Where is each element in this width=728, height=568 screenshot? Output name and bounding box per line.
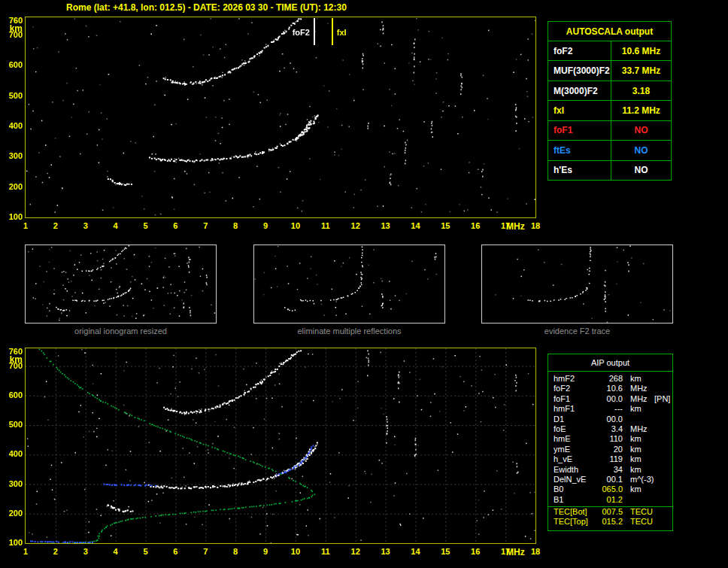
param-value: NO	[611, 141, 671, 159]
x-axis-tick-label: 18	[526, 221, 544, 230]
x-axis-tick-label: 1	[17, 547, 35, 556]
x-axis-tick-label: 12	[347, 221, 365, 230]
bottom-ionogram-plot	[25, 348, 536, 544]
param-extra	[653, 465, 654, 475]
param-name: DelN_vE	[554, 475, 596, 484]
y-axis-tick-label: 300	[0, 151, 23, 160]
top-ionogram-plot: foF2fxI	[25, 17, 536, 218]
param-label: M(3000)F2	[548, 81, 611, 100]
param-extra	[653, 495, 654, 505]
param-label: fxI	[548, 101, 611, 120]
param-label: h'Es	[548, 161, 611, 180]
table-row: foF2 10.6 MHz	[548, 384, 672, 393]
x-axis-tick-label: 13	[377, 547, 395, 556]
param-unit: TECU	[623, 517, 653, 527]
panel-f2-plot	[481, 245, 673, 323]
x-axis-tick-label: 16	[466, 547, 484, 556]
y-axis-tick-label: 600	[0, 60, 23, 69]
y-axis-tick-label: 400	[0, 121, 23, 130]
param-value: NO	[611, 161, 671, 180]
param-value: 11.2 MHz	[611, 101, 671, 120]
autoscala-output-table: AUTOSCALA output foF2 10.6 MHz MUF(3000)…	[548, 21, 672, 181]
x-axis-tick-label: 11	[317, 221, 335, 230]
x-axis-tick-label: 7	[196, 221, 214, 230]
param-label: foF2	[548, 41, 611, 60]
bottom-ionogram-canvas	[26, 348, 535, 543]
param-name: hmF1	[554, 404, 596, 414]
table-row: foE 3.4 MHz	[548, 424, 672, 434]
table-row: TEC[Bot] 007.5 TECU	[548, 506, 672, 517]
param-name: foE	[554, 424, 596, 434]
x-axis-tick-label: 14	[406, 221, 424, 230]
param-value: 065.0	[596, 484, 623, 494]
aip-table-header: AIP output	[548, 354, 672, 372]
x-axis-tick-label: 4	[107, 221, 125, 230]
param-value: 3.18	[611, 81, 671, 100]
param-extra	[653, 415, 654, 424]
param-value: 119	[596, 454, 623, 464]
table-row: TEC[Top] 015.2 TECU	[548, 517, 672, 527]
x-axis-tick-label: 14	[406, 547, 424, 556]
x-axis-unit-label: MHz	[506, 548, 525, 557]
param-value: 110	[596, 434, 623, 444]
x-axis-tick-label: 12	[347, 547, 365, 556]
param-extra: [PN]	[653, 394, 670, 404]
y-axis-tick-label: 300	[0, 479, 23, 488]
x-axis-tick-label: 5	[137, 221, 155, 230]
panel-f2-wrap: evidence F2 trace	[481, 245, 673, 339]
fof2-marker-line	[314, 18, 315, 45]
param-name: hmE	[554, 434, 596, 444]
y-axis-unit-label: km	[0, 355, 23, 364]
top-ionogram-canvas	[26, 17, 535, 217]
table-row: Ewidth 34 km	[548, 465, 672, 475]
param-label: ftEs	[548, 141, 611, 159]
table-row: h'Es NO	[548, 160, 671, 180]
param-name: ymE	[554, 445, 596, 454]
station-date-time-title: Rome (lat: +41.8, lon: 012.5) - DATE: 20…	[66, 2, 347, 13]
param-value: 10.6	[596, 384, 623, 393]
top-ionogram-block: foF2fxI 760700600500400300200100km123456…	[0, 17, 548, 235]
x-axis-tick-label: 2	[47, 221, 65, 230]
y-axis-tick-label: 600	[0, 390, 23, 399]
param-label: MUF(3000)F2	[548, 61, 611, 80]
param-name: foF1	[554, 394, 596, 404]
param-label: foF1	[548, 121, 611, 140]
param-value: 10.6 MHz	[611, 41, 671, 60]
autoscala-table-header: AUTOSCALA output	[548, 22, 671, 41]
param-extra	[653, 445, 654, 454]
param-unit: km	[623, 374, 653, 384]
panel-caption: original ionogram resized	[25, 327, 217, 336]
param-name: foF2	[554, 384, 596, 393]
y-axis-tick-label: 400	[0, 449, 23, 458]
table-row: B1 01.2	[548, 495, 672, 505]
param-unit: km	[623, 484, 653, 494]
param-value: 01.2	[596, 495, 623, 505]
param-name: D1	[554, 415, 596, 424]
param-unit	[623, 495, 653, 505]
table-row: fxI 11.2 MHz	[548, 100, 671, 120]
param-unit: MHz	[623, 424, 653, 434]
param-name: TEC[Bot]	[554, 507, 596, 517]
panel-cleaned-plot	[253, 245, 445, 323]
fxi-marker-line	[332, 18, 333, 45]
param-value: 3.4	[596, 424, 623, 434]
x-axis-tick-label: 6	[166, 547, 184, 556]
y-axis-tick-label: 200	[0, 182, 23, 191]
x-axis-tick-label: 2	[47, 547, 65, 556]
panel-original-wrap: original ionogram resized	[25, 245, 217, 339]
x-axis-tick-label: 15	[436, 547, 454, 556]
x-axis-unit-label: MHz	[506, 222, 525, 231]
param-unit: TECU	[623, 507, 653, 517]
table-row: hmE 110 km	[548, 434, 672, 444]
table-row: ymE 20 km	[548, 445, 672, 454]
fxi-marker-label: fxI	[337, 28, 347, 37]
table-row: h_vE 119 km	[548, 454, 672, 464]
x-axis-tick-label: 8	[226, 547, 244, 556]
param-value: ---	[596, 404, 623, 414]
param-unit: km	[623, 434, 653, 444]
param-extra	[653, 475, 654, 484]
x-axis-tick-label: 11	[317, 547, 335, 556]
x-axis-tick-label: 15	[436, 221, 454, 230]
param-name: hmF2	[554, 374, 596, 384]
x-axis-tick-label: 9	[256, 547, 275, 556]
